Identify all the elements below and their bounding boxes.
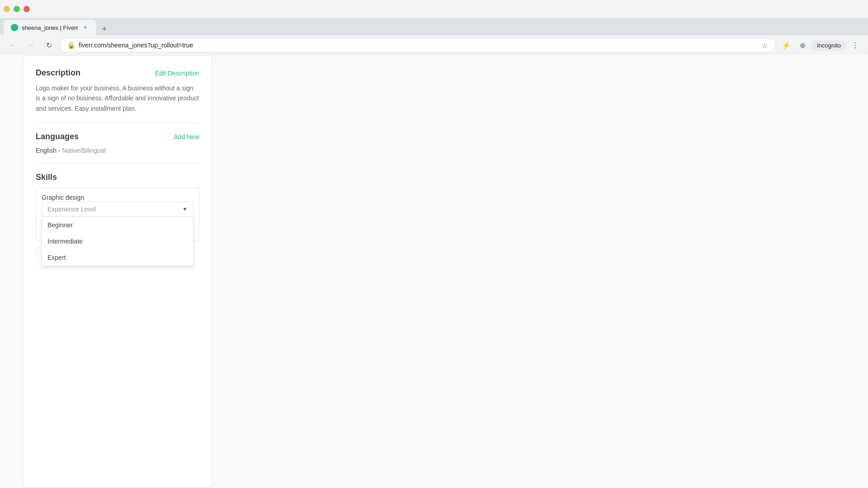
skills-header: Skills [36, 173, 199, 182]
tab-favicon [11, 24, 18, 31]
back-button[interactable]: ← [5, 38, 20, 52]
description-body: Logo maker for your business. A business… [36, 83, 199, 113]
profile-button[interactable]: ⊕ [795, 38, 810, 52]
divider-1 [36, 122, 199, 123]
languages-title: Languages [36, 132, 79, 141]
skill-name-input[interactable] [42, 194, 193, 201]
skills-input-container: Experience Level ▼ Beginner Intermediate… [36, 188, 199, 241]
skills-title: Skills [36, 173, 57, 182]
edit-description-link[interactable]: Edit Description [155, 70, 199, 77]
tab-title: sheena_jones | Fiverr [22, 24, 78, 31]
language-level: Native/Bilingual [62, 147, 106, 154]
menu-button[interactable]: ⋮ [848, 38, 863, 52]
description-header: Description Edit Description [36, 68, 199, 78]
languages-header: Languages Add New [36, 132, 199, 141]
minimize-button[interactable] [4, 6, 10, 12]
divider-2 [36, 163, 199, 164]
browser-chrome: sheena_jones | Fiverr × + ← → ↻ 🔒 fiverr… [0, 0, 868, 55]
description-title: Description [36, 68, 80, 78]
tabs-bar: sheena_jones | Fiverr × + [0, 18, 868, 35]
experience-level-placeholder: Experience Level [47, 206, 96, 213]
chevron-down-icon: ▼ [182, 206, 188, 212]
incognito-label: Incognito [817, 42, 841, 49]
extensions-button[interactable]: ⚡ [779, 38, 793, 52]
new-tab-button[interactable]: + [98, 23, 111, 35]
experience-dropdown-menu: Beginner Intermediate Expert [42, 217, 193, 266]
window-controls [4, 6, 30, 12]
title-bar [0, 0, 868, 18]
bookmark-icon[interactable]: ☆ [761, 41, 768, 50]
refresh-button[interactable]: ↻ [42, 38, 56, 52]
experience-level-trigger[interactable]: Experience Level ▼ [42, 202, 193, 217]
dropdown-item-beginner[interactable]: Beginner [42, 217, 193, 233]
incognito-button[interactable]: Incognito [811, 40, 846, 51]
url-text: fiverr.com/sheena_jones?up_rollout=true [79, 42, 758, 49]
profile-card: Description Edit Description Logo maker … [23, 55, 212, 488]
skills-section: Skills Experience Level ▼ Beginner Inter… [36, 173, 199, 260]
lock-icon: 🔒 [67, 42, 75, 49]
address-bar[interactable]: 🔒 fiverr.com/sheena_jones?up_rollout=tru… [60, 38, 775, 52]
forward-button[interactable]: → [24, 38, 38, 52]
experience-dropdown-container: Experience Level ▼ Beginner Intermediate… [42, 202, 193, 217]
tab-close-button[interactable]: × [82, 24, 89, 31]
dropdown-item-intermediate[interactable]: Intermediate [42, 233, 193, 249]
maximize-button[interactable] [14, 6, 20, 12]
close-button[interactable] [24, 6, 30, 12]
language-item: English - Native/Bilingual [36, 147, 199, 154]
add-language-link[interactable]: Add New [174, 133, 199, 141]
toolbar-icons: ⚡ ⊕ Incognito ⋮ [779, 38, 863, 52]
language-name: English [36, 147, 57, 154]
dropdown-item-expert[interactable]: Expert [42, 249, 193, 266]
description-section: Description Edit Description Logo maker … [36, 68, 199, 113]
languages-section: Languages Add New English - Native/Bilin… [36, 132, 199, 154]
address-bar-row: ← → ↻ 🔒 fiverr.com/sheena_jones?up_rollo… [0, 35, 868, 55]
page-background: Description Edit Description Logo maker … [0, 55, 868, 488]
active-tab[interactable]: sheena_jones | Fiverr × [4, 20, 96, 35]
